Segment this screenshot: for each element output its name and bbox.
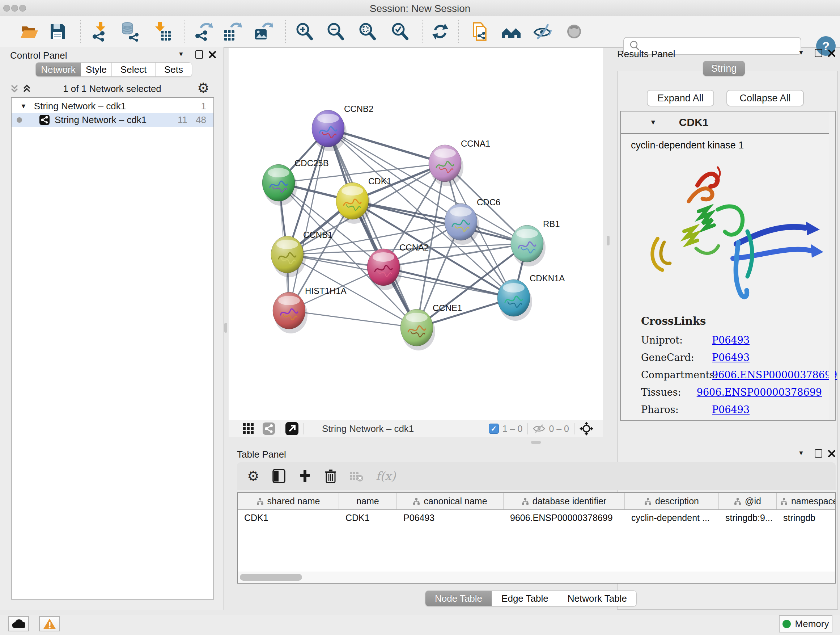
edge-CCNB2-CCNE1[interactable] (328, 128, 417, 328)
import-table-button[interactable] (151, 21, 172, 42)
network-node-CCNA1[interactable]: CCNA1 (429, 139, 490, 186)
table-cell[interactable]: stringdb:9... (719, 510, 777, 526)
export-table-button[interactable] (221, 21, 242, 42)
zoom-fit-button[interactable] (357, 21, 378, 42)
string-protein-query-button[interactable] (501, 21, 522, 42)
zoom-in-button[interactable] (294, 21, 315, 42)
zoom-out-button[interactable] (325, 21, 346, 42)
edge-CCNA2-CDKN1A[interactable] (384, 267, 514, 298)
network-collection-row[interactable]: ▼ String Network – cdk1 1 (11, 99, 213, 113)
results-close-panel-icon[interactable] (828, 49, 836, 57)
import-network-button[interactable] (90, 21, 111, 42)
table-cell[interactable]: 9606.ENSP00000378699 (504, 510, 625, 526)
tab-edge-table[interactable]: Edge Table (492, 591, 558, 606)
tab-style[interactable]: Style (81, 63, 111, 76)
results-scrollbar[interactable] (829, 111, 835, 420)
export-image-button[interactable] (253, 21, 273, 42)
network-options-gear-icon[interactable]: ⚙ (197, 81, 210, 95)
network-node-CDK1[interactable]: CDK1 (336, 176, 392, 224)
hidden-eye-icon (533, 424, 545, 433)
memory-button[interactable]: Memory (779, 615, 832, 632)
table-cell[interactable]: stringdb (777, 510, 836, 526)
export-network-button[interactable] (193, 21, 213, 42)
network-node-CDC25B[interactable]: CDC25B (262, 158, 329, 206)
float-panel-icon[interactable] (195, 50, 203, 59)
network-canvas[interactable]: CCNB2CCNA1CDC25BCDK1CDC6RB1CCNB1CCNA2CDK… (229, 48, 603, 420)
crosslink-link[interactable]: 9606.ENSP00000378699 (697, 386, 822, 398)
crosslink-row: Uniprot:P06493 (641, 334, 822, 346)
column-header[interactable]: canonical name (397, 493, 504, 509)
save-session-button[interactable] (47, 21, 68, 42)
tab-node-table[interactable]: Node Table (425, 591, 492, 606)
table-row[interactable]: CDK1CDK1P064939606.ENSP00000378699cyclin… (238, 510, 835, 526)
results-float-panel-icon[interactable] (815, 49, 822, 57)
crosslink-link[interactable]: P06493 (712, 334, 750, 346)
table-panel-menu-icon[interactable]: ▼ (798, 450, 804, 457)
crosslink-link[interactable]: P06493 (712, 404, 750, 415)
cloud-status-button[interactable] (8, 616, 29, 631)
panel-menu-icon[interactable]: ▼ (178, 51, 184, 58)
table-float-panel-icon[interactable] (815, 449, 822, 458)
protein-structure-image (628, 154, 825, 311)
table-cell[interactable]: cyclin-dependent ... (625, 510, 719, 526)
refresh-view-button[interactable] (430, 21, 451, 42)
table-settings-gear-icon[interactable]: ⚙ (247, 469, 259, 483)
warnings-button[interactable] (39, 616, 60, 631)
show-graphics-button[interactable] (564, 21, 584, 42)
scrollbar-thumb[interactable] (240, 574, 302, 581)
node-label: HIST1H1A (305, 286, 347, 296)
network-node-CCNB1[interactable]: CCNB1 (271, 230, 332, 277)
network-node-CDC6[interactable]: CDC6 (445, 197, 500, 245)
column-header[interactable]: description (625, 493, 719, 509)
detach-view-icon[interactable] (286, 422, 298, 435)
clone-network-button[interactable] (469, 21, 490, 42)
bottom-splitter-handle[interactable] (531, 441, 541, 444)
column-header[interactable]: namespace (777, 493, 836, 509)
results-panel-menu-icon[interactable]: ▼ (798, 49, 804, 57)
network-node-CDKN1A[interactable]: CDKN1A (497, 273, 565, 321)
network-view-icon[interactable] (263, 423, 275, 435)
table-close-panel-icon[interactable] (828, 450, 836, 458)
table-horizontal-scrollbar[interactable] (238, 572, 835, 583)
tab-network[interactable]: Network (36, 63, 81, 76)
close-panel-icon[interactable] (208, 51, 216, 59)
network-row-selected[interactable]: String Network – cdk1 11 48 (11, 113, 213, 127)
grid-view-icon[interactable] (242, 423, 254, 434)
tab-sets[interactable]: Sets (155, 63, 192, 76)
tab-select[interactable]: Select (111, 63, 155, 76)
tab-string[interactable]: String (703, 61, 745, 76)
open-file-button[interactable] (19, 21, 40, 42)
table-cell[interactable]: P06493 (397, 510, 504, 526)
expand-all-button[interactable]: Expand All (647, 90, 714, 106)
gene-header[interactable]: ▼ CDK1 (621, 111, 829, 134)
show-columns-icon[interactable] (272, 469, 286, 483)
table-cell[interactable]: CDK1 (339, 510, 397, 526)
tree-expander-icon[interactable]: ▼ (20, 103, 27, 110)
network-node-HIST1H1A[interactable]: HIST1H1A (273, 286, 347, 333)
edge-CCNB2-HIST1H1A[interactable] (289, 128, 328, 310)
create-column-plus-icon[interactable] (298, 469, 311, 483)
collapse-gene-icon[interactable]: ▼ (650, 119, 657, 126)
edge-HIST1H1A-CCNE1[interactable] (289, 310, 417, 328)
table-cell[interactable]: CDK1 (238, 510, 339, 526)
crosslink-link[interactable]: 9606.ENSP00000378699 (712, 369, 837, 380)
network-node-RB1[interactable]: RB1 (511, 219, 560, 266)
delete-column-trash-icon[interactable] (325, 469, 337, 483)
selected-checkbox-icon[interactable]: ✓ (489, 424, 499, 434)
birds-eye-view-icon[interactable] (579, 422, 593, 435)
column-header[interactable]: @id (719, 493, 777, 509)
column-header[interactable]: name (339, 493, 397, 509)
tab-network-table[interactable]: Network Table (558, 591, 636, 606)
status-bar: Memory (0, 615, 840, 635)
column-header[interactable]: shared name (238, 493, 339, 509)
import-network-from-database-button[interactable] (118, 21, 140, 42)
network-node-CCNB2[interactable]: CCNB2 (312, 104, 373, 151)
hide-unhide-button[interactable] (532, 21, 553, 42)
left-splitter-handle[interactable] (224, 323, 227, 333)
right-splitter-handle[interactable] (607, 236, 609, 245)
crosslink-link[interactable]: P06493 (712, 352, 750, 363)
collapse-all-button[interactable]: Collapse All (726, 90, 804, 106)
column-header[interactable]: database identifier (504, 493, 625, 509)
zoom-selected-button[interactable] (389, 21, 410, 42)
network-graph[interactable]: CCNB2CCNA1CDC25BCDK1CDC6RB1CCNB1CCNA2CDK… (229, 48, 603, 420)
